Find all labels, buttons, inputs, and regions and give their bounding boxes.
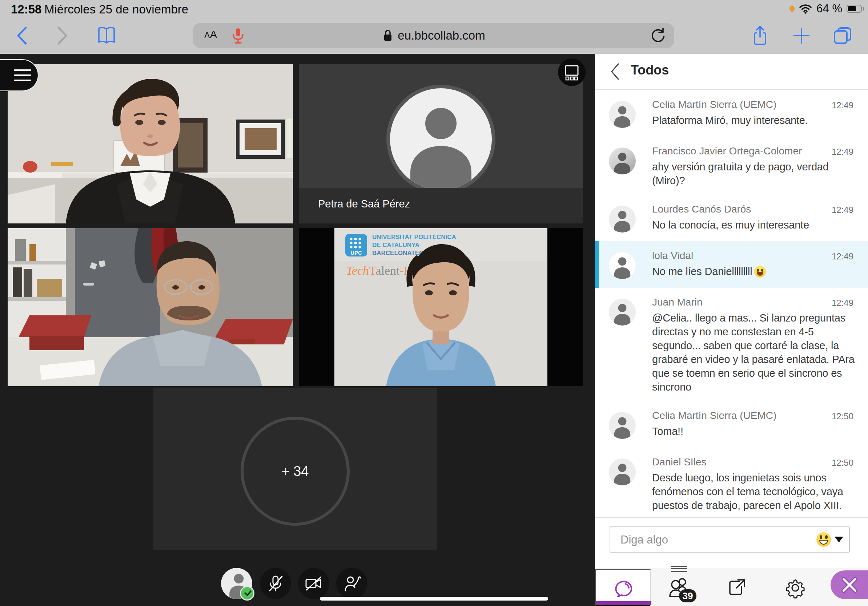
- emoji-picker-button[interactable]: [816, 532, 843, 547]
- status-check-icon: [240, 586, 254, 601]
- message-time: 12:49: [832, 205, 854, 215]
- battery-cap: [863, 7, 864, 11]
- message-time: 12:49: [832, 251, 854, 261]
- laughing-emoji-icon: [754, 266, 766, 278]
- lock-icon: [382, 28, 394, 43]
- share-content-icon: [725, 576, 748, 600]
- upc-abbr: UPC: [350, 250, 362, 256]
- message-author: Lourdes Canós Darós: [652, 204, 751, 215]
- camera-muted-icon: [303, 573, 324, 594]
- message-author: Celia Martín Sierra (UEMC): [652, 99, 777, 110]
- mic-in-use-indicator: [789, 5, 795, 12]
- avatar: [609, 147, 636, 175]
- tab-participants[interactable]: 39: [659, 569, 699, 606]
- reload-button[interactable]: [649, 27, 666, 44]
- chat-message: Daniel SIles 12:50 Desde luego, los inge…: [595, 448, 868, 517]
- video-tile-3: [8, 228, 293, 386]
- mic-muted-icon: [265, 573, 286, 594]
- raise-hand-button[interactable]: [336, 568, 367, 599]
- wifi-icon: [799, 4, 812, 14]
- video-tile-1: [8, 64, 293, 223]
- tab-settings[interactable]: [775, 569, 815, 606]
- ipad-screen: 12:58 Miércoles 25 de noviembre 64 %: [0, 0, 868, 606]
- camera-muted-button[interactable]: [298, 568, 329, 599]
- participant-name: Petra de Saá Pérez: [318, 198, 410, 210]
- upc-line1: UNIVERSITAT POLITÈCNICA: [372, 233, 456, 241]
- chat-bubble-icon: [612, 577, 634, 599]
- message-time: 12:50: [832, 411, 854, 421]
- grid-view-icon: [563, 63, 580, 81]
- chat-message: Juan Marin 12:49 @Celia.. llego a mas...…: [595, 288, 868, 401]
- message-text: Desde luego, los ingenietas sois unos fe…: [652, 471, 856, 512]
- my-status-avatar-button[interactable]: [221, 568, 252, 599]
- battery-percent: 64 %: [816, 2, 842, 15]
- chat-input-row: Diga algo: [595, 517, 868, 569]
- message-text: No me líes Danielllllllll: [652, 264, 856, 278]
- new-tab-button[interactable]: [789, 17, 814, 54]
- message-time: 12:49: [832, 100, 854, 110]
- tab-chat[interactable]: [595, 569, 651, 606]
- battery-icon: [846, 5, 862, 13]
- message-author: lola Vidal: [652, 250, 693, 261]
- message-author: Daniel SIles: [652, 456, 706, 468]
- back-button[interactable]: [11, 17, 33, 54]
- avatar: [609, 298, 636, 326]
- mic-muted-button[interactable]: [260, 568, 291, 599]
- message-text: @Celia.. llego a mas... Si lanzo pregunt…: [652, 311, 856, 394]
- video-tile-petra: Petra de Saá Pérez: [299, 64, 583, 223]
- address-bar[interactable]: AAAA eu.bbcollab.com: [193, 23, 674, 48]
- chat-message: lola Vidal 12:49 No me líes Danielllllll…: [595, 241, 868, 288]
- close-panel-button[interactable]: [831, 570, 868, 599]
- profile-avatar: [386, 85, 495, 194]
- url-label: eu.bbcollab.com: [193, 23, 674, 48]
- message-time: 12:49: [832, 147, 854, 157]
- participants-count-badge: 39: [679, 589, 696, 602]
- avatar: [609, 252, 636, 279]
- tabs-overview-button[interactable]: [829, 17, 856, 54]
- overflow-count: + 34: [281, 464, 308, 479]
- grid-view-toggle-button[interactable]: [558, 59, 586, 86]
- session-menu-button[interactable]: [0, 59, 39, 91]
- gear-icon: [784, 576, 807, 600]
- battery-fill: [848, 6, 856, 11]
- raise-hand-icon: [342, 573, 362, 594]
- chat-message: Celia Martín Sierra (UEMC) 12:49 Platafo…: [595, 90, 868, 137]
- clock: 12:58: [11, 3, 42, 16]
- close-icon: [840, 575, 859, 594]
- status-indicators: 64 %: [789, 0, 864, 17]
- chat-message: Lourdes Canós Darós 12:49 No la conocía,…: [595, 195, 868, 241]
- overflow-attendees-panel: + 34: [153, 388, 437, 550]
- avatar: [609, 206, 636, 232]
- status-date: Miércoles 25 de noviembre: [44, 3, 188, 16]
- chat-input[interactable]: Diga algo: [609, 526, 850, 553]
- active-tab-indicator: [596, 601, 651, 605]
- chat-panel: Todos Celia Martín Sierra (UEMC) 12:49 P…: [595, 54, 868, 606]
- home-indicator[interactable]: [320, 597, 548, 601]
- forward-button[interactable]: [52, 17, 73, 54]
- tab-share-content[interactable]: [716, 569, 756, 606]
- video-stage: Petra de Saá Pérez: [0, 54, 595, 606]
- video-tile-4: UPC UNIVERSITAT POLITÈCNICA DE CATALUNYA…: [299, 228, 583, 386]
- message-time: 12:49: [832, 298, 854, 308]
- chat-input-placeholder: Diga algo: [620, 533, 668, 546]
- chat-channel-title: Todos: [631, 62, 669, 78]
- tile-name-bar: Petra de Saá Pérez: [299, 188, 583, 223]
- message-author: Francisco Javier Ortega-Colomer: [652, 145, 802, 156]
- message-author: Juan Marin: [652, 297, 703, 308]
- upc-line2: DE CATALUNYA: [372, 241, 420, 249]
- reading-list-icon[interactable]: [94, 17, 119, 54]
- chevron-down-icon: [835, 536, 843, 543]
- message-text: ahy versión gratuita y de pago, verdad (…: [652, 160, 856, 187]
- chat-message: Celia Martín Sierra (UEMC) 12:50 Toma!!: [595, 401, 868, 448]
- chat-message-list[interactable]: Celia Martín Sierra (UEMC) 12:49 Platafo…: [595, 90, 868, 517]
- message-text: No la conocía, es muy interesante: [652, 218, 856, 232]
- message-text: Plataforma Miró, muy interesante.: [652, 113, 856, 127]
- avatar: [609, 459, 636, 485]
- emoji-smile-icon: [816, 532, 831, 547]
- message-time: 12:50: [832, 458, 854, 468]
- message-text: Toma!!: [652, 424, 856, 438]
- overflow-attendees-circle: + 34: [240, 417, 350, 526]
- share-button[interactable]: [747, 17, 773, 54]
- collab-tab-bar: 39: [595, 569, 868, 606]
- chat-back-button[interactable]: [609, 62, 620, 80]
